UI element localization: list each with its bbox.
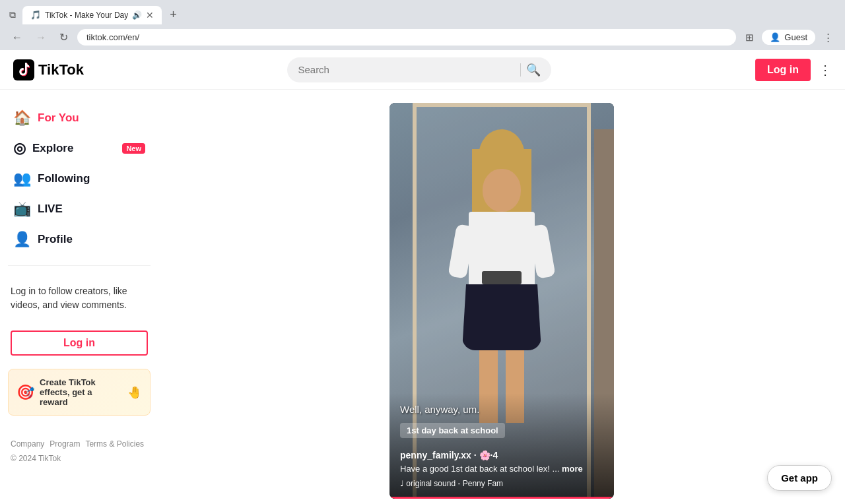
video-desc-text: Have a good 1st dat back at school lex! … [400,464,562,474]
tiktok-logo-icon [13,59,34,80]
promo-icon: 🎯 [17,384,34,401]
sidebar-profile-label: Profile [38,233,145,246]
sidebar-for-you-label: For You [38,111,145,125]
sidebar-login-button[interactable]: Log in [11,331,148,356]
profile-icon: 👤 [13,231,31,248]
extensions-button[interactable]: ⊞ [741,29,758,46]
login-button[interactable]: Log in [755,59,811,81]
site-header: TikTok 🔍 Log in ⋮ [0,50,845,90]
sidebar-explore-label: Explore [32,142,113,155]
promo-banner[interactable]: 🎯 Create TikTok effects, get a reward 🤚 [8,369,151,416]
video-tag-container: 1st day back at school [400,423,603,445]
header-more-button[interactable]: ⋮ [819,62,832,78]
video-author[interactable]: penny_family.xx · 🌸·4 [400,450,603,460]
login-prompt-text: Log in to follow creators, like videos, … [0,276,158,320]
video-progress-bar [389,497,614,499]
tab-close-button[interactable]: ✕ [146,10,154,20]
following-icon: 👥 [13,170,31,187]
header-actions: Log in ⋮ [755,59,832,81]
active-tab[interactable]: 🎵 TikTok - Make Your Day 🔊 ✕ [22,6,162,24]
held-object [482,271,522,284]
tab-switcher[interactable]: ⧉ [5,7,20,23]
person-figure [446,129,558,423]
promo-reward-icon: 🤚 [127,385,142,400]
video-sound[interactable]: ♩ original sound - Penny Fam [400,479,603,488]
sidebar-following-label: Following [38,172,145,185]
sidebar-footer: Company Program Terms & Policies © 2024 … [0,429,158,474]
forward-button[interactable]: → [32,29,50,46]
main-content: Well, anyway, um. 1st day back at school… [158,90,845,504]
logo-link[interactable]: TikTok [13,59,84,80]
url-text: tiktok.com/en/ [86,32,727,42]
search-input[interactable] [298,64,515,75]
explore-icon: ◎ [13,140,26,157]
video-feed: Well, anyway, um. 1st day back at school… [389,103,614,499]
footer-links: Company Program Terms & Policies [11,439,148,449]
sidebar-live-label: LIVE [38,203,145,216]
sidebar-item-profile[interactable]: 👤 Profile [5,224,153,255]
reload-button[interactable]: ↻ [55,28,72,46]
sidebar-nav: 🏠 For You ◎ Explore New 👥 Following 📺 [0,103,158,255]
video-more-link[interactable]: more [562,464,583,474]
video-tag: 1st day back at school [400,423,505,438]
footer-copyright: © 2024 TikTok [11,454,148,463]
sidebar-divider [8,265,151,266]
address-bar[interactable]: tiktok.com/en/ [77,29,736,46]
footer-company-link[interactable]: Company [11,439,44,449]
get-app-button[interactable]: Get app [767,465,832,491]
new-tab-button[interactable]: + [164,5,182,24]
tab-title: TikTok - Make Your Day [45,11,128,20]
sidebar-item-following[interactable]: 👥 Following [5,164,153,194]
left-arm [448,224,475,279]
explore-new-badge: New [122,143,145,154]
logo-text: TikTok [38,61,84,79]
home-icon: 🏠 [13,110,31,127]
face [483,169,521,212]
video-card: Well, anyway, um. 1st day back at school… [389,103,614,499]
promo-text: Create TikTok effects, get a reward [40,377,122,407]
video-overlay: Well, anyway, um. 1st day back at school… [389,393,614,499]
footer-terms-link[interactable]: Terms & Policies [85,439,144,449]
sidebar: 🏠 For You ◎ Explore New 👥 Following 📺 [0,90,158,501]
video-description: Have a good 1st dat back at school lex! … [400,463,603,475]
video-container[interactable]: Well, anyway, um. 1st day back at school… [389,103,614,499]
search-button[interactable]: 🔍 [526,63,541,77]
tab-favicon: 🎵 [30,10,41,20]
back-button[interactable]: ← [8,29,26,46]
browser-menu-button[interactable]: ⋮ [819,29,837,46]
profile-icon: 👤 [770,32,780,42]
shirt [469,212,535,284]
sidebar-item-for-you[interactable]: 🏠 For You [5,103,153,133]
sidebar-item-live[interactable]: 📺 LIVE [5,194,153,224]
footer-program-link[interactable]: Program [50,439,80,449]
guest-profile-button[interactable]: 👤 Guest [762,30,815,45]
skirt [462,284,541,350]
live-icon: 📺 [13,201,31,218]
sidebar-item-explore[interactable]: ◎ Explore New [5,133,153,164]
search-bar[interactable]: 🔍 [287,57,551,82]
video-caption-top: Well, anyway, um. [400,404,603,415]
right-arm [528,224,555,279]
tab-mute-icon[interactable]: 🔊 [132,11,142,20]
guest-label: Guest [784,32,807,42]
search-divider [520,63,521,77]
